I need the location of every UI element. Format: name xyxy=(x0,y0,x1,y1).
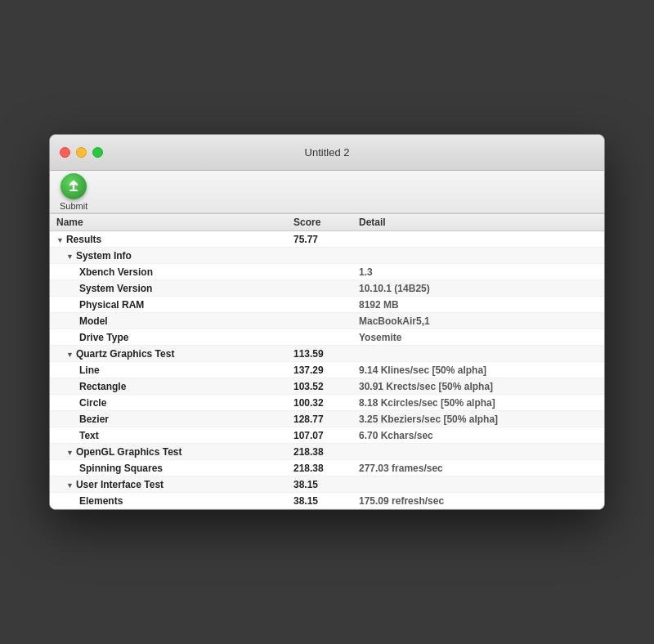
column-header-name: Name xyxy=(50,217,287,228)
row-detail: Yosemite xyxy=(352,330,604,345)
row-detail xyxy=(352,450,604,454)
row-score xyxy=(287,287,352,290)
row-detail: 277.03 frames/sec xyxy=(352,461,604,476)
table-row: ModelMacBookAir5,1 xyxy=(50,313,604,329)
row-score xyxy=(287,336,352,339)
row-detail: 10.10.1 (14B25) xyxy=(352,281,604,296)
row-detail: 1.3 xyxy=(352,265,604,280)
results-table: Name Score Detail ▼Results75.77▼System I… xyxy=(50,213,604,509)
toolbar: Submit xyxy=(50,171,604,213)
expand-triangle-icon: ▼ xyxy=(66,481,74,490)
row-detail xyxy=(352,238,604,241)
row-score: 103.52 xyxy=(287,379,352,394)
table-row: Text107.076.70 Kchars/sec xyxy=(50,427,604,444)
row-score xyxy=(287,254,352,257)
row-score xyxy=(287,271,352,274)
main-window: Untitled 2 Submit Name Score Detail ▼Res… xyxy=(49,134,605,510)
row-name: Bezier xyxy=(50,412,287,427)
upload-arrow-icon xyxy=(67,180,80,193)
row-score: 218.38 xyxy=(287,461,352,476)
table-row: Xbench Version1.3 xyxy=(50,264,604,280)
table-row: ▼System Info xyxy=(50,248,604,264)
row-name: Elements xyxy=(50,494,287,508)
row-score xyxy=(287,303,352,306)
row-score: 137.29 xyxy=(287,363,352,378)
row-detail: MacBookAir5,1 xyxy=(352,314,604,329)
close-button[interactable] xyxy=(60,147,70,158)
row-score: 38.15 xyxy=(287,494,352,508)
table-row: Rectangle103.5230.91 Krects/sec [50% alp… xyxy=(50,378,604,395)
expand-triangle-icon: ▼ xyxy=(66,253,74,261)
row-score: 128.77 xyxy=(287,412,352,427)
table-row: System Version10.10.1 (14B25) xyxy=(50,280,604,297)
row-name[interactable]: ▼Quartz Graphics Test xyxy=(50,347,287,361)
column-header-detail: Detail xyxy=(352,217,604,228)
expand-triangle-icon: ▼ xyxy=(66,351,74,359)
row-detail xyxy=(352,254,604,257)
row-name: Physical RAM xyxy=(50,297,287,312)
table-row: ▼OpenGL Graphics Test218.38 xyxy=(50,444,604,460)
table-row: Circle100.328.18 Kcircles/sec [50% alpha… xyxy=(50,395,604,411)
row-detail: 8.18 Kcircles/sec [50% alpha] xyxy=(352,396,604,410)
table-row: Bezier128.773.25 Kbeziers/sec [50% alpha… xyxy=(50,411,604,427)
expand-triangle-icon: ▼ xyxy=(66,449,74,457)
svg-rect-0 xyxy=(69,190,78,191)
expand-triangle-icon: ▼ xyxy=(56,236,64,244)
table-row: ▼Results75.77 xyxy=(50,231,604,248)
row-score: 75.77 xyxy=(287,232,352,247)
table-row: ▼User Interface Test38.15 xyxy=(50,476,604,493)
submit-icon xyxy=(60,173,87,199)
minimize-button[interactable] xyxy=(76,147,87,158)
row-name: Rectangle xyxy=(50,379,287,394)
row-name[interactable]: ▼OpenGL Graphics Test xyxy=(50,445,287,459)
row-name: Spinning Squares xyxy=(50,461,287,476)
row-detail: 9.14 Klines/sec [50% alpha] xyxy=(352,363,604,378)
row-score xyxy=(287,320,352,323)
row-score: 100.32 xyxy=(287,396,352,410)
row-detail: 30.91 Krects/sec [50% alpha] xyxy=(352,379,604,394)
row-score: 113.59 xyxy=(287,347,352,361)
row-detail: 3.25 Kbeziers/sec [50% alpha] xyxy=(352,412,604,427)
row-score: 38.15 xyxy=(287,477,352,492)
table-body: ▼Results75.77▼System InfoXbench Version1… xyxy=(50,231,604,509)
window-title: Untitled 2 xyxy=(305,146,350,159)
table-header: Name Score Detail xyxy=(50,214,604,231)
submit-button[interactable]: Submit xyxy=(60,173,87,211)
row-name: Text xyxy=(50,428,287,443)
table-row: Spinning Squares218.38277.03 frames/sec xyxy=(50,460,604,476)
column-header-score: Score xyxy=(287,217,352,228)
table-row: Physical RAM8192 MB xyxy=(50,297,604,313)
row-name[interactable]: ▼User Interface Test xyxy=(50,477,287,492)
table-row: ▼Quartz Graphics Test113.59 xyxy=(50,346,604,362)
table-row: Line137.299.14 Klines/sec [50% alpha] xyxy=(50,362,604,378)
table-row: Elements38.15175.09 refresh/sec xyxy=(50,493,604,509)
titlebar: Untitled 2 xyxy=(50,135,604,171)
row-name[interactable]: ▼Results xyxy=(50,232,287,247)
table-row: Drive TypeYosemite xyxy=(50,329,604,346)
maximize-button[interactable] xyxy=(92,147,103,158)
row-name[interactable]: ▼System Info xyxy=(50,248,287,263)
row-name: Model xyxy=(50,314,287,329)
row-name: System Version xyxy=(50,281,287,296)
row-name: Drive Type xyxy=(50,330,287,345)
row-name: Circle xyxy=(50,396,287,410)
row-detail: 175.09 refresh/sec xyxy=(352,494,604,508)
row-detail xyxy=(352,352,604,356)
row-detail: 6.70 Kchars/sec xyxy=(352,428,604,443)
row-score: 218.38 xyxy=(287,445,352,459)
submit-label: Submit xyxy=(60,201,87,211)
row-detail xyxy=(352,483,604,486)
row-detail: 8192 MB xyxy=(352,297,604,312)
row-name: Line xyxy=(50,363,287,378)
row-name: Xbench Version xyxy=(50,265,287,280)
row-score: 107.07 xyxy=(287,428,352,443)
traffic-lights xyxy=(60,147,103,158)
